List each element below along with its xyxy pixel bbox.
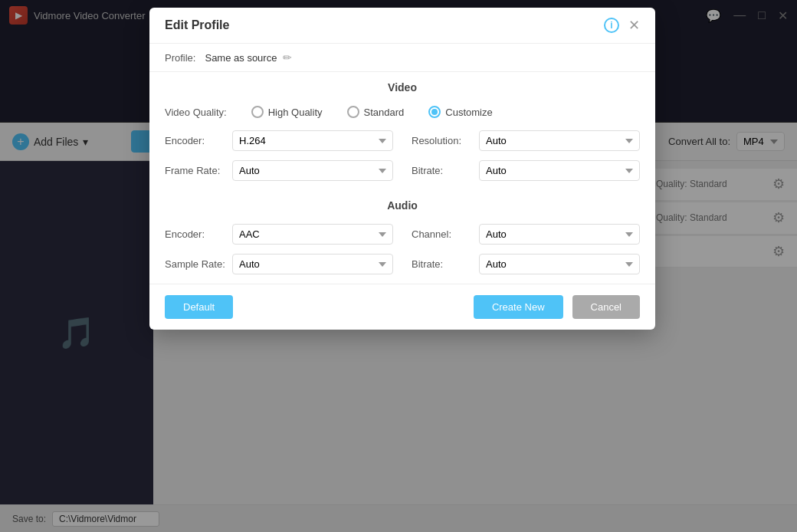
sample-rate-label: Sample Rate: (165, 258, 226, 270)
modal-overlay: Edit Profile i ✕ Profile: Same as source… (0, 0, 797, 532)
resolution-row: Resolution: Auto 1920x1080 (412, 130, 640, 151)
encoder-select[interactable]: H.264 H.265 (232, 130, 393, 151)
frame-rate-select[interactable]: Auto 30 60 (232, 160, 393, 181)
channel-label: Channel: (412, 228, 473, 240)
edit-profile-modal: Edit Profile i ✕ Profile: Same as source… (149, 8, 655, 330)
video-bitrate-row: Bitrate: Auto 4000k (412, 160, 640, 181)
video-quality-group: Video Quality: High Quality Standard Cus… (149, 100, 655, 124)
channel-row: Channel: Auto Stereo (412, 224, 640, 245)
channel-select[interactable]: Auto Stereo (479, 224, 640, 245)
modal-header: Edit Profile i ✕ (149, 8, 655, 44)
encoder-row: Encoder: H.264 H.265 (165, 130, 393, 151)
frame-rate-label: Frame Rate: (165, 165, 226, 176)
radio-customize-label: Customize (445, 107, 492, 118)
radio-high-quality[interactable]: High Quality (251, 106, 323, 118)
profile-value: Same as source (205, 52, 277, 64)
radio-customize[interactable]: Customize (428, 106, 492, 118)
modal-close-button[interactable]: ✕ (628, 17, 640, 34)
video-bitrate-select[interactable]: Auto 4000k (479, 160, 640, 181)
create-new-button[interactable]: Create New (474, 295, 563, 319)
frame-rate-row: Frame Rate: Auto 30 60 (165, 160, 393, 181)
audio-bitrate-select[interactable]: Auto 128k (479, 254, 640, 274)
radio-standard[interactable]: Standard (347, 106, 405, 118)
audio-encoder-label: Encoder: (165, 228, 226, 240)
profile-row: Profile: Same as source ✏ (149, 44, 655, 72)
cancel-button[interactable]: Cancel (572, 295, 640, 319)
audio-section-label: Audio (149, 190, 655, 218)
resolution-select[interactable]: Auto 1920x1080 (479, 130, 640, 151)
video-bitrate-label: Bitrate: (412, 165, 473, 176)
audio-bitrate-label: Bitrate: (412, 258, 473, 270)
video-form-grid: Encoder: H.264 H.265 Resolution: Auto 19… (149, 124, 655, 190)
info-icon[interactable]: i (604, 18, 619, 33)
video-quality-label: Video Quality: (165, 107, 227, 118)
sample-rate-select[interactable]: Auto 44100 (232, 254, 393, 274)
video-section-label: Video (149, 72, 655, 100)
edit-icon[interactable]: ✏ (283, 51, 292, 64)
modal-title: Edit Profile (165, 18, 229, 32)
radio-circle-high (251, 106, 264, 118)
default-button[interactable]: Default (165, 295, 233, 319)
audio-encoder-select[interactable]: AAC MP3 (232, 224, 393, 245)
radio-standard-label: Standard (364, 107, 405, 118)
radio-circle-standard (347, 106, 359, 118)
resolution-label: Resolution: (412, 135, 473, 146)
radio-high-label: High Quality (268, 107, 323, 118)
radio-circle-customize (428, 106, 441, 118)
profile-label: Profile: (165, 52, 195, 64)
sample-rate-row: Sample Rate: Auto 44100 (165, 254, 393, 274)
audio-encoder-row: Encoder: AAC MP3 (165, 224, 393, 245)
encoder-label: Encoder: (165, 135, 226, 146)
modal-footer: Default Create New Cancel (149, 284, 655, 330)
audio-bitrate-row: Bitrate: Auto 128k (412, 254, 640, 274)
audio-form-grid: Encoder: AAC MP3 Channel: Auto Stereo Sa… (149, 218, 655, 284)
